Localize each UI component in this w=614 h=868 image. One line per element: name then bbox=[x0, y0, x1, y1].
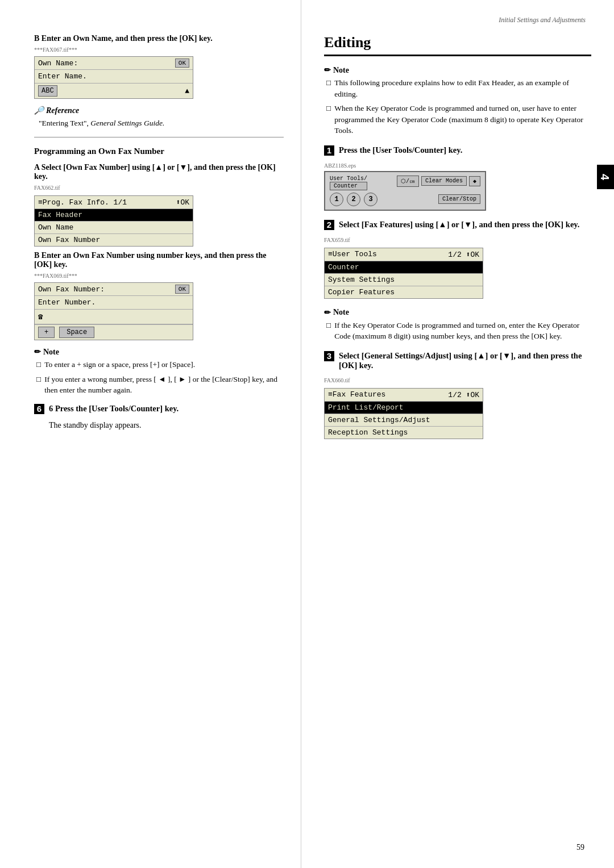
note-section-right-2: ✏ Note □ If the Key Operator Code is pro… bbox=[324, 308, 591, 342]
reference-icon: 🔎 bbox=[34, 106, 44, 115]
page-number: 59 bbox=[576, 843, 584, 852]
note-section-right-1: ✏ Note □ This following procedure explai… bbox=[324, 65, 591, 136]
note-icon-right-2: ✏ bbox=[324, 308, 331, 318]
step-b2: B Enter an Own Fax Number using number k… bbox=[34, 251, 284, 340]
divider-1 bbox=[34, 137, 284, 137]
programming-section: Programming an Own Fax Number A Select [… bbox=[34, 145, 284, 430]
abc-key: ABC bbox=[38, 85, 57, 97]
step-6: 6 6 Press the [User Tools/Counter] key. … bbox=[34, 404, 284, 430]
note-icon-right: ✏ bbox=[324, 65, 331, 75]
fax-info-screen: ≡Prog. Fax Info. 1/1 ⬆OK Fax Header Own … bbox=[34, 195, 193, 247]
step-2-block: 2 Select [Fax Features] using [▲] or [▼]… bbox=[324, 220, 591, 299]
right-column: Editing ✏ Note □ This following procedur… bbox=[301, 0, 614, 868]
ok-indicator: OK bbox=[175, 59, 189, 68]
left-column: B Enter an Own Name, and then press the … bbox=[0, 0, 301, 868]
step-b-heading: B Enter an Own Name, and then press the … bbox=[34, 34, 284, 43]
step-6-num: 6 bbox=[34, 404, 44, 414]
section-tab: 4 bbox=[597, 165, 614, 189]
step-2-num: 2 bbox=[324, 220, 334, 230]
page-header: Initial Settings and Adjustments bbox=[499, 16, 586, 24]
note-right-2-item-1: □ If the Key Operator Code is programmed… bbox=[324, 320, 591, 342]
keyboard-mockup: User Tools/ Counter ⬡/㎝ Clear Modes ◆ 1 … bbox=[324, 171, 486, 211]
step-b-enter-name: B Enter an Own Name, and then press the … bbox=[34, 34, 284, 99]
reference-section: 🔎 Reference "Entering Text", General Set… bbox=[34, 106, 284, 129]
programming-title: Programming an Own Fax Number bbox=[34, 145, 284, 157]
own-name-screen: Own Name: OK Enter Name. ABC ▲ bbox=[34, 56, 193, 99]
fax-number-screen: Own Fax Number: OK Enter Number. ☎ + Spa… bbox=[34, 282, 193, 340]
fax-features-screen: ≡Fax Features 1/2 ⬆OK Print List/Report … bbox=[324, 388, 483, 439]
note-right-item-1: □ This following procedure explains how … bbox=[324, 77, 591, 99]
step-1-num: 1 bbox=[324, 145, 334, 156]
step-3-block: 3 Select [General Settings/Adjust] using… bbox=[324, 351, 591, 439]
editing-title: Editing bbox=[324, 34, 591, 56]
user-tools-screen: ≡User Tools 1/2 ⬆OK Counter System Setti… bbox=[324, 248, 483, 299]
note-icon: ✏ bbox=[34, 347, 41, 357]
note-section-left: ✏ Note □ To enter a + sign or a space, p… bbox=[34, 347, 284, 396]
note-item-1: □ To enter a + sign or a space, press [+… bbox=[34, 359, 284, 370]
step-3-num: 3 bbox=[324, 351, 334, 361]
note-item-2: □ If you enter a wrong number, press [ ◄… bbox=[34, 374, 284, 396]
step-a: A Select [Own Fax Number] using [▲] or [… bbox=[34, 163, 284, 247]
tif-label-1: ***FAX067.tif*** bbox=[34, 47, 284, 53]
note-right-item-2: □ When the Key Operator Code is programm… bbox=[324, 103, 591, 136]
step-1-block: 1 Press the [User Tools/Counter] key. AB… bbox=[324, 145, 591, 211]
